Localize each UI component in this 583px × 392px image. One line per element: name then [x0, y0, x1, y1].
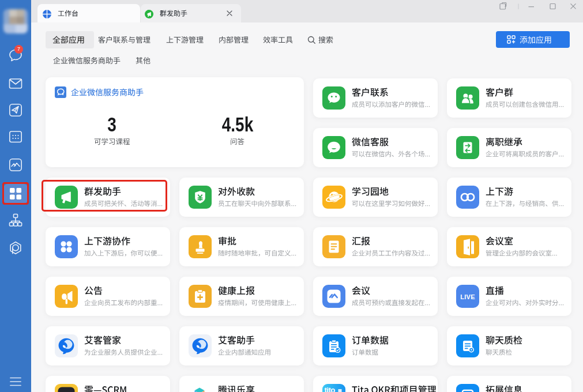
svg-text:LIVE: LIVE	[460, 293, 475, 300]
svg-text:tito: tito	[325, 386, 336, 392]
